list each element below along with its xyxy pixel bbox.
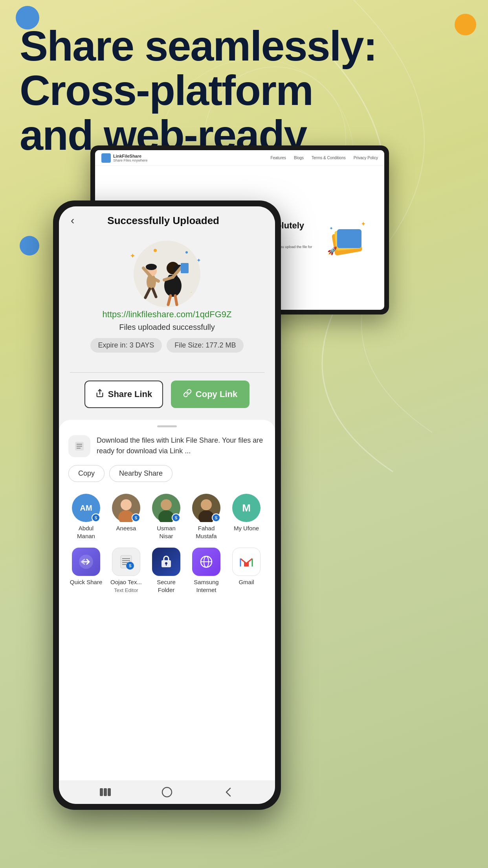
text-editor-icon: S [112, 548, 140, 576]
laptop-nav-links: Features Blogs Terms & Conditions Privac… [271, 156, 378, 160]
contact-list: AM S AbdulManan S Aneesa [59, 490, 275, 544]
svg-text:✦: ✦ [361, 221, 366, 227]
app-list: Quick Share S [59, 544, 275, 598]
contact-name: Aneesa [116, 524, 136, 532]
contact-avatar: S [152, 494, 180, 522]
svg-text:🚀: 🚀 [327, 246, 337, 256]
svg-rect-59 [100, 788, 103, 796]
contact-item[interactable]: S FahadMustafa [189, 494, 224, 540]
svg-rect-60 [104, 788, 107, 796]
phone-topbar: ‹ Successfully Uploaded [59, 206, 275, 231]
samsung-internet-icon [192, 548, 220, 576]
copy-icon [183, 389, 192, 400]
app-item-quickshare[interactable]: Quick Share [68, 548, 104, 594]
action-buttons: Share Link Copy Link [59, 381, 275, 416]
laptop-mascot: ✦ ✦ 🚀 [325, 214, 372, 261]
app-item-gmail[interactable]: Gmail [229, 548, 264, 594]
contact-item[interactable]: S Aneesa [108, 494, 144, 540]
app-item-securefolder[interactable]: Secure Folder [149, 548, 184, 594]
sheet-message: Download the files with Link File Share.… [97, 435, 266, 456]
sheet-app-icon [68, 435, 90, 457]
nav-home-button[interactable] [160, 785, 174, 799]
sheet-handle [157, 425, 177, 427]
logo-icon [101, 153, 111, 163]
svg-point-42 [201, 499, 212, 510]
nav-recent-button[interactable] [98, 785, 112, 799]
app-name: Oojao Tex...Text Editor [110, 578, 142, 594]
share-link-button[interactable]: Share Link [84, 381, 163, 408]
contact-avatar: S [112, 494, 140, 522]
nearby-share-button[interactable]: Nearby Share [109, 465, 172, 482]
svg-point-36 [121, 499, 132, 510]
phone-title: Successfully Uploaded [74, 215, 252, 227]
svg-point-29 [185, 251, 188, 254]
hero-heading: Share seamlessly: Cross-platform and web… [20, 24, 468, 157]
nav-link-features[interactable]: Features [271, 156, 286, 160]
contact-name: FahadMustafa [196, 524, 216, 540]
app-item-samsung-internet[interactable]: Samsung Internet [189, 548, 224, 594]
contact-badge: S [92, 513, 100, 522]
nav-link-blogs[interactable]: Blogs [294, 156, 304, 160]
svg-rect-61 [108, 788, 111, 796]
section-divider [70, 372, 264, 373]
app-name: Secure Folder [149, 578, 184, 594]
svg-text:✦: ✦ [196, 257, 201, 263]
file-meta-row: Expire in: 3 DAYS File Size: 177.2 MB [90, 338, 244, 353]
filesize-badge: File Size: 177.2 MB [167, 338, 244, 353]
svg-point-28 [154, 249, 157, 252]
contact-avatar: AM S [72, 494, 100, 522]
contact-avatar: M [232, 494, 261, 522]
svg-rect-22 [181, 263, 189, 273]
logo-subtext: Share Files Anywhere [113, 158, 148, 162]
svg-point-11 [146, 264, 157, 270]
svg-text:✦: ✦ [130, 252, 136, 260]
svg-point-53 [165, 562, 167, 565]
nav-back-button[interactable] [222, 785, 236, 799]
blue-circle-mid [20, 236, 39, 256]
app-name: Quick Share [70, 578, 103, 586]
contact-badge: S [212, 513, 220, 522]
svg-point-8 [134, 241, 200, 307]
contact-item[interactable]: AM S AbdulManan [68, 494, 104, 540]
svg-line-24 [175, 296, 177, 305]
secure-folder-icon [152, 548, 180, 576]
contact-badge: S [132, 513, 140, 522]
logo-text: LinkFileShare [113, 154, 148, 158]
svg-text:✦: ✦ [329, 226, 333, 231]
gmail-icon [232, 548, 261, 576]
upload-success-text: Files uploaded successfully [119, 323, 215, 332]
svg-text:·: · [191, 289, 192, 295]
phone-navbar [59, 780, 275, 804]
svg-rect-4 [337, 229, 361, 248]
laptop-nav: LinkFileShare Share Files Anywhere Featu… [95, 150, 384, 166]
svg-point-39 [161, 499, 172, 510]
copy-quick-button[interactable]: Copy [68, 465, 105, 482]
contact-badge: S [172, 513, 180, 522]
share-icon [95, 389, 104, 400]
copy-link-button[interactable]: Copy Link [171, 381, 250, 408]
bottom-sheet: Download the files with Link File Share.… [59, 420, 275, 780]
contact-avatar: S [192, 494, 220, 522]
sheet-message-row: Download the files with Link File Share.… [59, 435, 275, 465]
app-item-texteditor[interactable]: S Oojao Tex...Text Editor [108, 548, 144, 594]
svg-rect-62 [162, 787, 172, 797]
contact-item[interactable]: S UsmanNisar [149, 494, 184, 540]
nav-link-privacy[interactable]: Privacy Policy [354, 156, 378, 160]
quick-share-icon [72, 548, 100, 576]
phone-screen: ‹ Successfully Uploaded [59, 206, 275, 804]
expire-badge: Expire in: 3 DAYS [90, 338, 162, 353]
svg-text:S: S [129, 564, 132, 568]
upload-success-area: ✦ ✦ · https://linkfileshare.com/1qdFG9Z … [59, 231, 275, 368]
phone-mockup: ‹ Successfully Uploaded [53, 200, 281, 810]
celebration-illustration: ✦ ✦ · [124, 239, 210, 309]
app-name: Samsung Internet [189, 578, 224, 594]
contact-name: My Ufone [234, 524, 259, 532]
contact-name: UsmanNisar [157, 524, 176, 540]
app-name: Gmail [238, 578, 254, 586]
contact-item[interactable]: M My Ufone [229, 494, 264, 540]
sheet-quick-actions: Copy Nearby Share [59, 465, 275, 490]
back-button[interactable]: ‹ [71, 214, 74, 227]
share-link-url[interactable]: https://linkfileshare.com/1qdFG9Z [103, 309, 232, 320]
nav-link-terms[interactable]: Terms & Conditions [312, 156, 346, 160]
laptop-nav-logo: LinkFileShare Share Files Anywhere [101, 153, 148, 163]
